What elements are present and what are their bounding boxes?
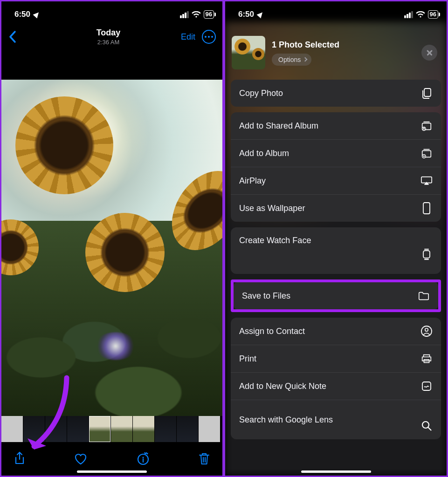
phone-right: 6:50 96 1 Photo Selected Options (224, 0, 448, 477)
thumbnail[interactable] (133, 416, 154, 442)
location-icon (33, 11, 41, 19)
thumbnail[interactable] (155, 416, 176, 442)
svg-point-1 (142, 457, 144, 458)
status-time: 6:50 (238, 10, 254, 19)
thumbnail[interactable] (67, 416, 89, 442)
action-label: Add to New Quick Note (239, 382, 326, 391)
airplay-icon (420, 175, 433, 187)
options-button[interactable]: Options (272, 54, 311, 66)
action-label: Add to Album (239, 149, 289, 158)
action-google-lens[interactable]: Search with Google Lens (231, 400, 441, 439)
action-print[interactable]: Print (231, 345, 441, 373)
nav-subtitle: 2:36 AM (36, 39, 181, 46)
quicknote-icon (420, 380, 433, 392)
close-icon (426, 49, 433, 56)
action-label: Assign to Contact (239, 327, 305, 336)
shared-album-icon (420, 120, 433, 132)
action-label: Search with Google Lens (239, 415, 333, 425)
action-label: Save to Files (242, 291, 290, 301)
status-bar: 6:50 96 (225, 1, 447, 22)
thumbnail[interactable] (23, 416, 45, 442)
options-label: Options (278, 56, 301, 63)
status-time: 6:50 (14, 10, 30, 19)
svg-point-5 (423, 128, 424, 129)
share-header: 1 Photo Selected Options (231, 22, 441, 80)
battery-icon: 96 (428, 10, 438, 19)
svg-rect-10 (423, 251, 430, 258)
thumbnail[interactable] (111, 416, 132, 442)
phone-icon (420, 202, 433, 214)
action-label: Use as Wallpaper (239, 204, 305, 213)
watch-icon (420, 248, 433, 260)
search-icon (420, 420, 433, 432)
svg-rect-13 (422, 382, 431, 390)
home-indicator[interactable] (77, 470, 147, 473)
thumbnail[interactable] (177, 416, 198, 442)
action-group: Copy Photo (231, 80, 441, 107)
battery-icon: 96 (204, 10, 214, 19)
folder-icon (418, 290, 430, 302)
print-icon (420, 353, 433, 365)
photo-viewer[interactable] (1, 80, 222, 442)
share-sheet: 1 Photo Selected Options Copy Photo Add … (225, 22, 447, 476)
action-label: Copy Photo (239, 89, 283, 98)
svg-rect-9 (423, 203, 430, 214)
action-quick-note[interactable]: Add to New Quick Note (231, 373, 441, 400)
thumbnail[interactable] (199, 416, 220, 442)
photo-main[interactable] (1, 80, 222, 416)
status-bar: 6:50 96 (1, 1, 222, 22)
more-button[interactable] (202, 30, 216, 44)
action-assign-contact[interactable]: Assign to Contact (231, 318, 441, 345)
info-button[interactable] (136, 452, 150, 466)
action-save-to-files[interactable]: Save to Files (234, 282, 438, 309)
cellular-icon (404, 11, 413, 18)
action-shared-album[interactable]: Add to Shared Album (231, 112, 441, 140)
share-title: 1 Photo Selected (272, 40, 415, 50)
close-button[interactable] (421, 45, 437, 61)
edit-button[interactable]: Edit (181, 32, 195, 42)
thumbnail-strip[interactable] (1, 416, 222, 442)
action-label: Create Watch Face (239, 236, 311, 245)
action-watch-face[interactable]: Create Watch Face (231, 227, 441, 274)
wifi-icon (192, 11, 201, 18)
thumbnail[interactable] (45, 416, 67, 442)
action-label: Add to Shared Album (239, 121, 318, 131)
action-label: AirPlay (239, 176, 266, 186)
action-copy-photo[interactable]: Copy Photo (231, 80, 441, 107)
action-group: Assign to Contact Print Add to New Quick… (231, 318, 441, 439)
contact-icon (420, 325, 433, 337)
delete-button[interactable] (198, 452, 210, 466)
album-icon (420, 147, 433, 159)
chevron-right-icon (303, 57, 308, 62)
back-button[interactable] (8, 30, 16, 43)
favorite-button[interactable] (74, 452, 88, 465)
action-label: Print (239, 354, 256, 364)
phone-left: 6:50 96 Today 2:36 AM Edit (0, 0, 224, 477)
svg-point-12 (425, 328, 428, 331)
share-button[interactable] (14, 451, 26, 466)
action-group: Add to Shared Album Add to Album AirPlay… (231, 112, 441, 222)
wifi-icon (416, 11, 425, 18)
cellular-icon (180, 11, 189, 18)
action-wallpaper[interactable]: Use as Wallpaper (231, 195, 441, 222)
thumbnail[interactable] (1, 416, 23, 442)
action-add-album[interactable]: Add to Album (231, 140, 441, 167)
location-icon (257, 11, 265, 19)
nav-header: Today 2:36 AM Edit (1, 22, 222, 52)
nav-title: Today (36, 28, 181, 38)
copy-icon (420, 87, 433, 99)
svg-rect-2 (424, 89, 431, 96)
action-group: Create Watch Face (231, 227, 441, 274)
thumbnail-selected[interactable] (89, 416, 110, 442)
highlight-annotation: Save to Files (231, 279, 441, 312)
share-thumbnail (232, 36, 265, 69)
action-airplay[interactable]: AirPlay (231, 167, 441, 195)
